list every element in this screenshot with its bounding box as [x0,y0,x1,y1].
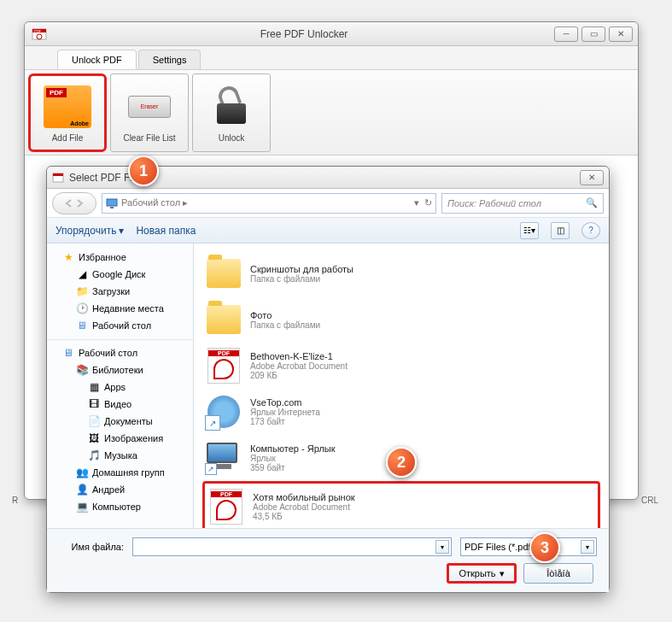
tree-user[interactable]: 👤Андрей [47,481,193,498]
tab-bar: Unlock PDF Settings [25,46,638,70]
pdf-file-icon [208,489,244,525]
breadcrumb: Рабочий стол ▸ [121,197,188,208]
annotation-callout-1: 1 [128,156,159,186]
search-input[interactable]: Поиск: Рабочий стол 🔍 [441,193,604,214]
pdf-file-icon [206,348,242,384]
add-file-button[interactable]: Add File [28,73,107,152]
file-item-folder[interactable]: ФотоПапка с файлами [202,296,600,343]
recent-icon: 🕑 [76,302,88,314]
filename-label: Имя файла: [59,542,124,552]
nav-row: Рабочий стол ▸ ▾ ↻ Поиск: Рабочий стол 🔍 [47,189,609,218]
app-icon: PDF [32,26,47,42]
tree-desktop-fav[interactable]: 🖥Рабочий стол [47,317,193,334]
video-icon: 🎞 [88,398,100,410]
monitor-icon [106,198,118,208]
homegroup-icon: 👥 [76,466,88,478]
address-bar[interactable]: Рабочий стол ▸ ▾ ↻ [102,193,436,214]
file-item-url[interactable]: VseTop.comЯрлык Интернета173 байт [202,389,600,435]
add-file-label: Add File [52,133,84,143]
maximize-button[interactable]: ▭ [581,26,605,42]
tree-apps[interactable]: ▦Apps [47,378,193,396]
computer-icon: 💻 [76,501,88,513]
tree-computer[interactable]: 💻Компьютер [47,498,193,515]
tree-documents[interactable]: 📄Документы [47,413,193,430]
annotation-callout-2: 2 [386,447,417,478]
tree-desktop[interactable]: 🖥Рабочий стол [47,339,193,361]
cancel-button[interactable]: Îòìåíà [523,563,593,584]
tab-settings[interactable]: Settings [138,50,202,69]
dialog-body: ★Избранное ◢Google Диск 📁Загрузки 🕑Недав… [47,244,609,528]
filename-dropdown[interactable]: ▾ [435,540,449,554]
images-icon: 🖼 [88,432,100,444]
desktop-icon: 🖥 [76,320,88,332]
annotation-callout-3: 3 [529,532,560,563]
close-button[interactable]: ✕ [609,26,633,42]
back-arrow-icon [65,199,73,208]
view-mode-button[interactable]: ☷▾ [520,222,539,239]
star-icon: ★ [62,251,74,263]
breadcrumb-dropdown[interactable]: ▾ ↻ [414,197,432,208]
tree-homegroup[interactable]: 👥Домашняя групп [47,464,193,481]
svg-rect-6 [107,199,117,206]
tree-video[interactable]: 🎞Видео [47,396,193,413]
dialog-close-button[interactable]: ✕ [580,170,604,185]
folder-icon [206,255,242,291]
dialog-footer: Имя файла: ▾ PDF Files (*.pdf)▾ Открыть▾… [47,528,609,592]
file-item-pdf-selected[interactable]: Хотя мобильный рынокAdobe Acrobat Docume… [202,481,600,528]
computer-shortcut-icon: ↗ [206,440,242,476]
open-button[interactable]: Открыть▾ [447,563,517,584]
tree-recent[interactable]: 🕑Недавние места [47,300,193,317]
svg-rect-5 [53,173,63,176]
preview-pane-button[interactable]: ◫ [551,222,570,239]
search-icon: 🔍 [586,197,598,208]
dialog-icon [52,172,64,184]
unlock-button[interactable]: Unlock [192,73,271,152]
apps-icon: ▦ [88,381,100,393]
library-icon: 📚 [76,364,88,376]
forward-arrow-icon [75,199,84,208]
file-list: Скриншоты для работыПапка с файлами Фото… [194,244,609,528]
tab-unlock-pdf[interactable]: Unlock PDF [57,50,137,69]
tree-favorites[interactable]: ★Избранное [47,249,193,266]
drive-icon: ◢ [76,268,88,280]
tree-downloads[interactable]: 📁Загрузки [47,283,193,300]
unlock-label: Unlock [219,133,245,143]
minimize-button[interactable]: ─ [554,26,578,42]
eraser-icon: Eraser [124,84,175,130]
internet-shortcut-icon [206,394,242,430]
folder-icon: 📁 [76,285,88,297]
file-item-pdf[interactable]: Bethoven-K-E'lize-1Adobe Acrobat Documen… [202,343,600,389]
file-open-dialog: Select PDF File ✕ Рабочий стол ▸ ▾ ↻ Пои… [46,166,610,593]
new-folder-button[interactable]: Новая папка [136,225,196,237]
dialog-toolbar: Упорядочить ▾ Новая папка ☷▾ ◫ ? [47,218,609,244]
nav-back-forward[interactable] [52,192,96,214]
documents-icon: 📄 [88,415,100,427]
desktop-icon: 🖥 [62,347,74,359]
search-placeholder: Поиск: Рабочий стол [447,198,541,208]
ribbon: Add File Eraser Clear File List Unlock [25,70,638,156]
svg-text:PDF: PDF [34,29,42,33]
bg-text-left: R [12,496,18,505]
bg-text-right: CRL [641,496,658,505]
tree-images[interactable]: 🖼Изображения [47,430,193,447]
tree-music[interactable]: 🎵Музыка [47,447,193,464]
help-button[interactable]: ? [581,222,600,239]
split-arrow-icon: ▾ [500,568,505,579]
svg-rect-7 [110,207,114,208]
window-controls: ─ ▭ ✕ [554,26,633,42]
filetype-filter[interactable]: PDF Files (*.pdf)▾ [460,537,597,556]
organize-menu[interactable]: Упорядочить ▾ [56,225,124,237]
chevron-down-icon: ▾ [119,225,124,237]
filter-dropdown[interactable]: ▾ [581,540,594,554]
tree-google-disk[interactable]: ◢Google Диск [47,266,193,283]
filename-input[interactable]: ▾ [132,537,452,556]
tree-libraries[interactable]: 📚Библиотеки [47,361,193,378]
clear-list-button[interactable]: Eraser Clear File List [110,73,189,152]
nav-tree: ★Избранное ◢Google Диск 📁Загрузки 🕑Недав… [47,244,194,528]
pdf-adobe-icon [42,84,93,130]
window-title: Free PDF Unlocker [54,28,554,40]
music-icon: 🎵 [88,449,100,461]
titlebar: PDF Free PDF Unlocker ─ ▭ ✕ [25,22,638,46]
user-icon: 👤 [76,484,88,496]
file-item-folder[interactable]: Скриншоты для работыПапка с файлами [202,250,600,296]
